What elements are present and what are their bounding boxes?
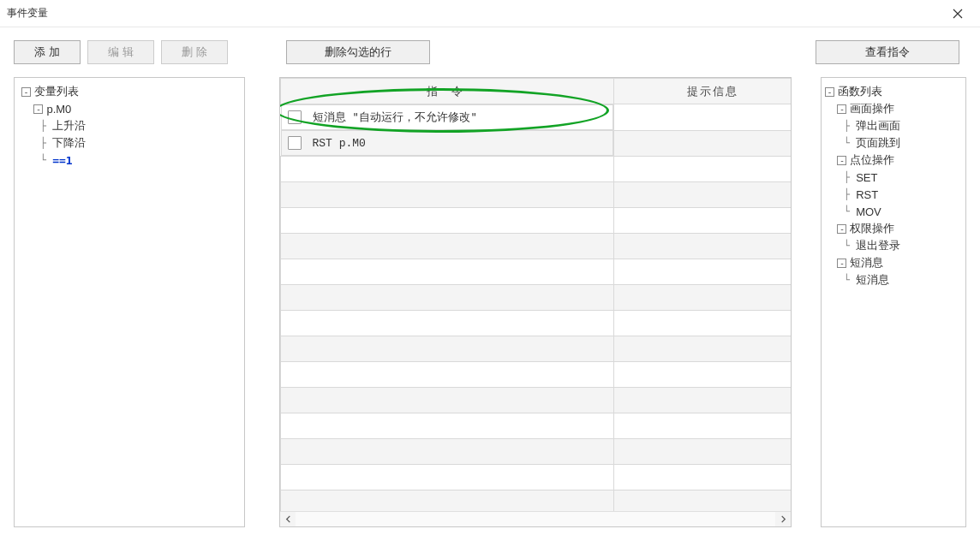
tip-cell[interactable] [614,285,791,311]
functree-leaf[interactable]: ├ SET [825,169,962,186]
tree-line: ├ [825,171,856,183]
vartree-leaf[interactable]: ├ 下降沿 [21,134,237,152]
table-row[interactable] [281,336,792,362]
col-command[interactable]: 指 令 [281,79,614,104]
collapse-icon[interactable]: - [837,259,846,268]
command-cell[interactable]: 短消息 "自动运行，不允许修改" [281,104,614,130]
table-row[interactable] [281,157,792,182]
tip-cell[interactable] [614,490,791,512]
add-button[interactable]: 添 加 [14,40,81,64]
functree-leaf[interactable]: ├ RST [825,186,962,203]
command-table-panel: 指 令 提示信息 短消息 "自动运行，不允许修改"RST p.M0 [279,77,792,527]
command-cell[interactable] [281,208,614,234]
tip-cell[interactable] [614,157,791,182]
functree-leaf[interactable]: └ MOV [825,203,962,220]
functree-group[interactable]: -画面操作 [825,100,962,117]
command-cell[interactable] [281,234,614,259]
tip-cell[interactable] [614,362,791,388]
table-row[interactable] [281,388,792,413]
row-checkbox[interactable] [288,110,302,124]
functree-group[interactable]: -权限操作 [825,220,962,237]
tip-cell[interactable] [614,388,791,413]
delete-button[interactable]: 删 除 [161,40,228,64]
table-row[interactable] [281,311,792,336]
table-row[interactable] [281,285,792,311]
view-command-button[interactable]: 查看指令 [816,40,959,64]
scroll-left-button[interactable] [280,512,296,526]
tip-cell[interactable] [614,182,791,208]
tip-cell[interactable] [614,234,791,259]
tip-cell[interactable] [614,311,791,336]
collapse-icon[interactable]: - [837,104,846,114]
functree-group[interactable]: -短消息 [825,254,962,271]
collapse-icon[interactable]: - [837,224,846,234]
toolbar: 添 加 编 辑 删 除 删除勾选的行 查看指令 [0,27,980,77]
functree-leaf-label: 退出登录 [856,238,900,253]
command-cell[interactable] [281,157,614,182]
vartree-item[interactable]: - p.M0 [21,100,237,117]
tree-line [825,103,837,115]
command-cell[interactable] [281,413,614,439]
tip-cell[interactable] [614,208,791,234]
command-cell[interactable] [281,182,614,208]
row-checkbox[interactable] [288,136,302,150]
function-tree-panel: - 函数列表 -画面操作 ├ 弹出画面 └ 页面跳到 -点位操作 ├ SET ├… [821,77,966,527]
tip-cell[interactable] [614,439,791,465]
functree-root[interactable]: - 函数列表 [825,83,962,100]
table-row[interactable] [281,439,792,465]
tree-line: └ [825,240,856,252]
table-row[interactable] [281,413,792,439]
command-cell[interactable] [281,285,614,311]
command-cell[interactable] [281,465,614,490]
table-row[interactable] [281,259,792,285]
close-button[interactable] [944,0,971,27]
edit-button[interactable]: 编 辑 [87,40,154,64]
command-cell[interactable] [281,311,614,336]
vartree-leaf[interactable]: └ ==1 [21,152,237,169]
collapse-icon[interactable]: - [825,87,834,97]
tip-cell[interactable] [614,259,791,285]
command-cell[interactable] [281,490,614,512]
scroll-right-button[interactable] [775,512,791,526]
table-row[interactable] [281,362,792,388]
collapse-icon[interactable]: - [33,104,43,114]
content-area: - 变量列表 - p.M0 ├ 上升沿 ├ 下降沿 └ ==1 [0,77,980,541]
col-tip[interactable]: 提示信息 [614,79,791,104]
table-row[interactable]: RST p.M0 [281,130,792,157]
table-row[interactable] [281,182,792,208]
functree-leaf[interactable]: └ 页面跳到 [825,134,962,152]
command-cell[interactable] [281,388,614,413]
tip-cell[interactable] [614,336,791,362]
table-row[interactable] [281,208,792,234]
functree-leaf-label: 短消息 [856,272,889,288]
functree-leaf[interactable]: ├ 弹出画面 [825,117,962,134]
table-row[interactable] [281,490,792,512]
vartree-leaf-label: ==1 [52,154,72,167]
command-cell[interactable] [281,259,614,285]
table-row[interactable]: 短消息 "自动运行，不允许修改" [281,104,792,131]
tip-cell[interactable] [614,104,791,131]
command-cell[interactable] [281,362,614,388]
scroll-track[interactable] [296,512,775,526]
tip-cell[interactable] [614,465,791,490]
command-cell[interactable] [281,439,614,465]
delete-checked-button[interactable]: 删除勾选的行 [286,40,430,64]
chevron-right-icon [780,515,787,523]
tip-cell[interactable] [614,130,791,157]
horizontal-scrollbar[interactable] [280,511,791,526]
command-cell[interactable]: RST p.M0 [281,130,614,156]
table-row[interactable] [281,465,792,490]
functree-group[interactable]: -点位操作 [825,152,962,169]
collapse-icon[interactable]: - [837,156,846,165]
table-row[interactable] [281,234,792,259]
functree-leaf[interactable]: └ 短消息 [825,271,962,288]
functree-leaf[interactable]: └ 退出登录 [825,237,962,254]
vartree-leaf[interactable]: ├ 上升沿 [21,117,237,134]
command-cell[interactable] [281,336,614,362]
functree-group-label: 点位操作 [850,152,894,168]
tip-cell[interactable] [614,413,791,439]
command-text: RST p.M0 [308,137,371,150]
functree-leaf-label: MOV [856,205,881,218]
collapse-icon[interactable]: - [21,87,31,97]
vartree-root[interactable]: - 变量列表 [21,83,237,100]
